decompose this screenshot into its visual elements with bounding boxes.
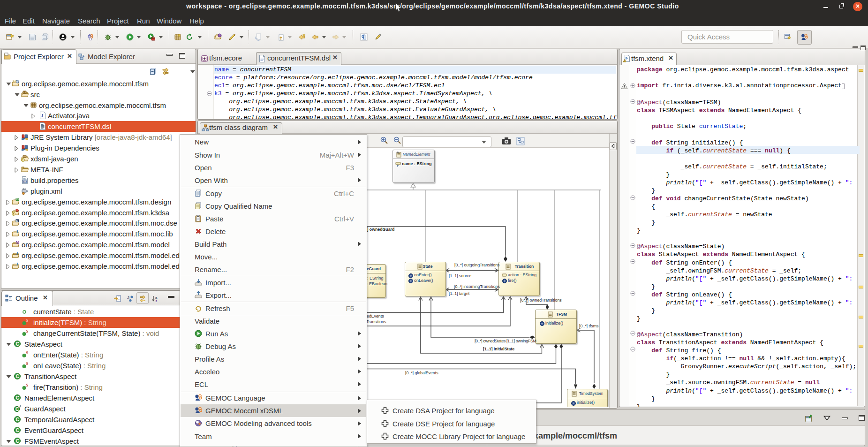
svg-text:J: J xyxy=(41,113,44,118)
svg-text:C: C xyxy=(16,438,20,444)
svg-text:J: J xyxy=(127,295,129,300)
svg-text:S: S xyxy=(26,384,29,387)
svg-text:C: C xyxy=(16,417,20,422)
svg-text:C: C xyxy=(16,341,20,347)
svg-text:C: C xyxy=(16,427,20,433)
svg-text:C: C xyxy=(15,407,19,412)
svg-text:A: A xyxy=(19,405,21,409)
svg-text:z: z xyxy=(156,299,158,303)
svg-text:S: S xyxy=(26,330,29,333)
svg-text:M: M xyxy=(16,241,20,245)
svg-text:010: 010 xyxy=(23,181,27,183)
svg-text:J: J xyxy=(16,251,18,256)
svg-text:E: E xyxy=(16,220,18,222)
svg-text:!: ! xyxy=(23,158,24,162)
svg-text:S: S xyxy=(26,319,29,323)
svg-text:J: J xyxy=(16,262,18,266)
svg-text:J: J xyxy=(16,230,18,234)
svg-text:!: ! xyxy=(13,212,15,216)
svg-text:S: S xyxy=(26,351,29,355)
svg-text:C: C xyxy=(16,373,20,379)
svg-text:C: C xyxy=(16,395,20,401)
svg-text:S: S xyxy=(26,362,29,366)
